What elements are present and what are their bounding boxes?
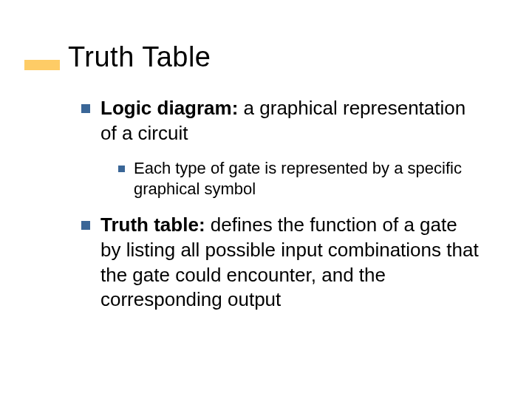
square-bullet-icon [81, 104, 90, 113]
bullet-bold: Truth table: [100, 214, 205, 236]
square-bullet-icon [81, 221, 90, 230]
bullet-text: Each type of gate is represented by a sp… [134, 158, 482, 200]
bullet-rest: Each type of gate is represented by a sp… [134, 159, 462, 198]
bullet-bold: Logic diagram: [100, 97, 238, 119]
bullet-text: Truth table: defines the function of a g… [100, 213, 482, 313]
slide-content: Logic diagram: a graphical representatio… [68, 96, 482, 317]
bullet-item: Truth table: defines the function of a g… [68, 213, 482, 313]
bullet-item: Each type of gate is represented by a sp… [68, 158, 482, 200]
title-accent-bar [24, 60, 60, 70]
slide-title: Truth Table [68, 41, 211, 73]
bullet-text: Logic diagram: a graphical representatio… [100, 96, 482, 146]
bullet-item: Logic diagram: a graphical representatio… [68, 96, 482, 146]
square-bullet-icon [118, 166, 125, 172]
